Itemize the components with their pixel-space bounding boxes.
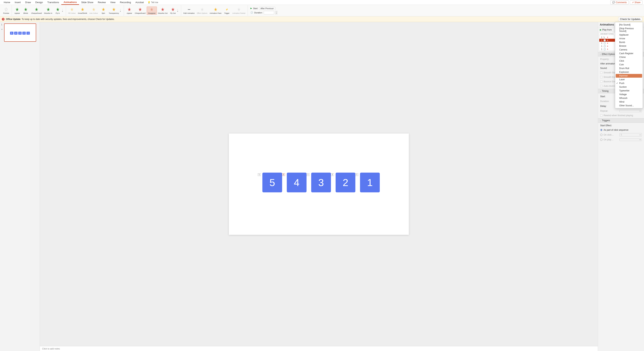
- entrance-more[interactable]: 〉▾: [62, 9, 65, 12]
- effect-options[interactable]: Effect Options: [196, 7, 208, 14]
- anim-tag[interactable]: 1: [282, 173, 285, 176]
- shape-3[interactable]: 3: [311, 173, 331, 192]
- anim-dissolve-in[interactable]: Dissolve In: [43, 7, 54, 14]
- star-icon: ✦: [607, 45, 609, 47]
- tab-slideshow[interactable]: Slide Show: [79, 0, 96, 4]
- anim-spin[interactable]: Spin: [99, 7, 108, 14]
- sound-option[interactable]: Chime: [615, 55, 643, 59]
- trigger-icon: ⚡: [224, 7, 229, 12]
- timing-duration-label: Duration:: [600, 100, 609, 103]
- sound-option[interactable]: [Stop Previous Sound]: [615, 27, 643, 33]
- preview-button[interactable]: Preview: [2, 7, 10, 14]
- rewind-check[interactable]: [600, 114, 602, 117]
- play-icon: ▶: [250, 7, 252, 9]
- sound-option[interactable]: Laser: [615, 78, 643, 81]
- shape-1[interactable]: 1: [360, 173, 380, 192]
- triggers-header[interactable]: ⌄Triggers: [598, 118, 644, 123]
- sound-option[interactable]: Typewriter: [615, 89, 643, 92]
- share-icon: ↗: [632, 1, 634, 4]
- animation-painter[interactable]: Animation Painter: [231, 7, 246, 14]
- sound-option[interactable]: Other Sound...: [615, 104, 643, 107]
- svg-marker-11: [128, 8, 131, 11]
- bounce-end-check[interactable]: [600, 80, 602, 83]
- sound-option[interactable]: Voltage: [615, 92, 643, 96]
- tab-home[interactable]: Home: [2, 0, 12, 4]
- radio-sequence[interactable]: [600, 129, 602, 131]
- tab-design[interactable]: Design: [33, 0, 45, 4]
- smooth-start-check[interactable]: [600, 71, 602, 74]
- shape-2[interactable]: 2: [336, 173, 355, 192]
- sound-option[interactable]: Bomb: [615, 40, 643, 44]
- sound-option[interactable]: Hammer: [616, 74, 642, 78]
- radio-on-play[interactable]: [600, 139, 602, 141]
- start-select[interactable]: After Previous▾: [259, 7, 276, 10]
- tab-draw[interactable]: Draw: [23, 0, 33, 4]
- shape-5[interactable]: 5: [262, 173, 282, 192]
- sound-option[interactable]: Cash Register: [615, 51, 643, 55]
- anim-tag[interactable]: 1: [306, 173, 310, 176]
- sound-option[interactable]: Push: [615, 81, 643, 85]
- duration-input[interactable]: [264, 11, 274, 14]
- sound-option[interactable]: Coin: [615, 63, 643, 66]
- sound-option[interactable]: Wind: [615, 100, 643, 104]
- sound-option[interactable]: Drum Roll: [615, 66, 643, 70]
- anim-exit-chequerboard[interactable]: Chequerboard: [134, 7, 147, 14]
- animations-pane: Animations ✕ ▶Play from ANIMATIONS 1↖✦ 1…: [598, 22, 644, 351]
- sound-option[interactable]: [No Sound]: [615, 23, 643, 27]
- duration-stepper[interactable]: ▲▼: [275, 11, 278, 14]
- slide-thumbnail[interactable]: 5 4 3 2 1: [4, 23, 36, 42]
- animation-pane[interactable]: Animation Pane: [208, 7, 223, 14]
- anim-blinds[interactable]: Blinds: [22, 7, 30, 14]
- sound-option[interactable]: Camera: [615, 48, 643, 51]
- anim-transparency[interactable]: Transparency: [108, 7, 120, 14]
- tab-acrobat[interactable]: Acrobat: [133, 0, 146, 4]
- on-play-select: ▾: [620, 139, 642, 141]
- shape-4[interactable]: 4: [287, 173, 306, 192]
- notes-bar[interactable]: Click to add notes: [40, 346, 598, 351]
- anim-appear[interactable]: Appear: [13, 7, 22, 14]
- trigger[interactable]: ⚡Trigger: [222, 7, 231, 14]
- tab-review[interactable]: Review: [96, 0, 108, 4]
- tab-view[interactable]: View: [108, 0, 118, 4]
- anim-tag[interactable]: 1: [331, 173, 334, 176]
- auto-reverse-check[interactable]: [600, 85, 602, 87]
- exit-more[interactable]: 〉▾: [177, 9, 180, 12]
- radio-on-click[interactable]: [600, 134, 602, 136]
- anim-fill-colour[interactable]: Fill Colour: [67, 7, 77, 14]
- chevron-down-icon: ⌄: [600, 53, 601, 55]
- anim-tag[interactable]: 1: [355, 173, 358, 176]
- path-animation[interactable]: 〰️Path Animation: [182, 7, 196, 14]
- sound-option[interactable]: Whoosh: [615, 96, 643, 100]
- emphasis-more[interactable]: 〉▾: [120, 9, 122, 12]
- anim-disappear[interactable]: Disappear: [147, 6, 157, 15]
- sound-option[interactable]: Explosion: [615, 70, 643, 74]
- sound-option[interactable]: Click: [615, 59, 643, 63]
- anim-exit-appear[interactable]: Appear: [125, 7, 134, 14]
- clock-icon: 🕐: [604, 48, 606, 50]
- tab-insert[interactable]: Insert: [12, 0, 23, 4]
- svg-marker-17: [214, 8, 217, 11]
- anim-grow-shrink[interactable]: Grow/Shrink: [77, 7, 88, 14]
- start-label: Start:: [253, 7, 258, 9]
- smooth-end-check[interactable]: [600, 76, 602, 78]
- check-updates-button[interactable]: Check for Updates: [618, 17, 642, 21]
- anim-dissolve-out[interactable]: Dissolve Out: [157, 7, 169, 14]
- share-button[interactable]: ↗Share: [630, 0, 642, 4]
- anim-line-colour[interactable]: Line Colour: [88, 7, 99, 14]
- comments-button[interactable]: 💬Comments: [610, 0, 629, 4]
- anim-fly-out[interactable]: Fly Out: [169, 7, 177, 14]
- sound-option[interactable]: Suction: [615, 85, 643, 89]
- tab-recording[interactable]: Recording: [118, 0, 133, 4]
- anim-fly-in[interactable]: Fly In: [54, 7, 62, 14]
- anim-tag[interactable]: 1: [258, 173, 261, 176]
- advanced-group: 〰️Path Animation Effect Options Animatio…: [181, 5, 248, 16]
- anim-chequerboard[interactable]: Chequerboard: [30, 7, 43, 14]
- tell-me[interactable]: Tell me: [148, 1, 158, 4]
- sound-option[interactable]: Arrow: [615, 37, 643, 40]
- tab-animations[interactable]: Animations: [61, 0, 79, 5]
- warn-icon: ✕: [2, 18, 4, 20]
- sound-option[interactable]: Applause: [615, 33, 643, 37]
- sound-option[interactable]: Breeze: [615, 44, 643, 48]
- tab-transitions[interactable]: Transitions: [45, 0, 61, 4]
- slide-canvas[interactable]: 1 5 1 4 1 3 1 2 1 1: [229, 133, 409, 235]
